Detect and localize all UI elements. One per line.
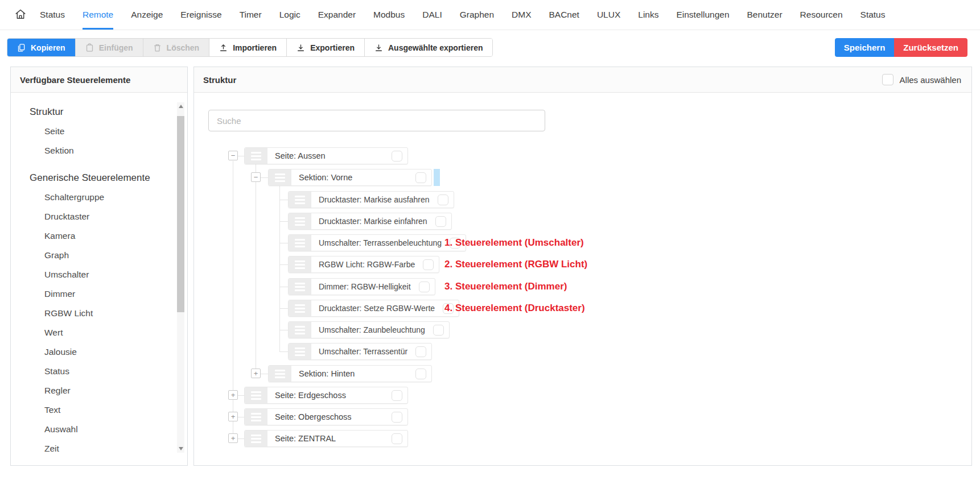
nav-tab-benutzer[interactable]: Benutzer bbox=[747, 0, 783, 30]
nav-tab-modbus[interactable]: Modbus bbox=[373, 0, 405, 30]
tree-node-checkbox[interactable] bbox=[392, 151, 402, 162]
tree-node[interactable]: Drucktaster: Markise ausfahren bbox=[288, 191, 454, 208]
palette-item-zeit[interactable]: Zeit bbox=[11, 439, 187, 458]
tree-node[interactable]: Umschalter: Terrassenbeleuchtung bbox=[288, 234, 466, 251]
palette-item-umschalter[interactable]: Umschalter bbox=[11, 265, 187, 284]
expand-button[interactable]: + bbox=[251, 369, 261, 378]
drag-handle-icon[interactable] bbox=[245, 431, 267, 446]
nav-tab-dali[interactable]: DALI bbox=[422, 0, 442, 30]
nav-tab-ereignisse[interactable]: Ereignisse bbox=[180, 0, 221, 30]
palette-item-schaltergruppe[interactable]: Schaltergruppe bbox=[11, 188, 187, 207]
expand-button[interactable]: + bbox=[228, 390, 238, 400]
palette-item-dimmer[interactable]: Dimmer bbox=[11, 284, 187, 304]
importieren-button[interactable]: Importieren bbox=[209, 39, 286, 56]
tree-node[interactable]: Sektion: Vorne bbox=[268, 169, 432, 186]
drag-handle-icon[interactable] bbox=[269, 169, 291, 185]
tree-row: +Seite: Obergeschoss bbox=[194, 408, 971, 425]
tree-node-checkbox[interactable] bbox=[392, 433, 402, 444]
palette-item-status[interactable]: Status bbox=[11, 362, 187, 381]
collapse-button[interactable]: − bbox=[228, 151, 238, 160]
palette-item-kamera[interactable]: Kamera bbox=[11, 226, 187, 246]
nav-tab-dmx[interactable]: DMX bbox=[512, 0, 531, 30]
nav-tab-remote[interactable]: Remote bbox=[83, 0, 113, 30]
tree-node-checkbox[interactable] bbox=[419, 282, 430, 292]
tree-row: −Seite: Aussen bbox=[194, 147, 971, 164]
tree-node-checkbox[interactable] bbox=[415, 346, 426, 357]
tree-node[interactable]: Dimmer: RGBW-Helligkeit bbox=[288, 278, 435, 295]
tree-node-checkbox[interactable] bbox=[392, 412, 402, 423]
palette-item-text[interactable]: Text bbox=[11, 400, 187, 420]
drag-handle-icon[interactable] bbox=[289, 235, 311, 251]
tree-node-label: Seite: Obergeschoss bbox=[267, 412, 392, 421]
tree-node-checkbox[interactable] bbox=[433, 325, 444, 336]
tree-node[interactable]: Seite: ZENTRAL bbox=[244, 430, 408, 447]
drag-handle-icon[interactable] bbox=[289, 256, 311, 272]
nav-tab-anzeige[interactable]: Anzeige bbox=[131, 0, 163, 30]
tree-node[interactable]: Umschalter: Zaunbeleuchtung bbox=[288, 321, 450, 338]
palette-item-seite[interactable]: Seite bbox=[11, 122, 187, 141]
scrollbar[interactable] bbox=[177, 102, 184, 453]
scrollbar-up-arrow-icon[interactable] bbox=[177, 102, 184, 110]
tree-node[interactable]: Seite: Aussen bbox=[244, 147, 408, 164]
drag-handle-icon[interactable] bbox=[269, 366, 291, 382]
tree-node-wrap: Umschalter: Terrassentür bbox=[288, 343, 432, 360]
drag-handle-icon[interactable] bbox=[245, 148, 267, 164]
tree-node-checkbox[interactable] bbox=[435, 216, 446, 227]
nav-tab-ulux[interactable]: ULUX bbox=[597, 0, 620, 30]
nav-tab-resourcen[interactable]: Resourcen bbox=[800, 0, 843, 30]
palette-item-graph[interactable]: Graph bbox=[11, 246, 187, 265]
exportieren-button[interactable]: Exportieren bbox=[286, 39, 364, 56]
nav-tab-bacnet[interactable]: BACnet bbox=[549, 0, 579, 30]
expand-button[interactable]: + bbox=[228, 433, 238, 443]
palette-item-wert[interactable]: Wert bbox=[11, 323, 187, 342]
palette-item-drucktaster[interactable]: Drucktaster bbox=[11, 207, 187, 226]
tree-node[interactable]: Drucktaster: Setze RGBW-Werte bbox=[288, 300, 459, 317]
einf-gen-button[interactable]: Einfügen bbox=[75, 39, 143, 56]
nav-tab-status[interactable]: Status bbox=[40, 0, 65, 30]
nav-tab-einstellungen[interactable]: Einstellungen bbox=[676, 0, 729, 30]
tree-node[interactable]: Seite: Erdgeschoss bbox=[244, 387, 408, 404]
drag-handle-icon[interactable] bbox=[289, 213, 311, 229]
tree-node-checkbox[interactable] bbox=[415, 369, 426, 379]
home-button[interactable] bbox=[9, 0, 32, 30]
palette-item-auswahl[interactable]: Auswahl bbox=[11, 420, 187, 439]
drag-handle-icon[interactable] bbox=[245, 387, 267, 403]
tree-node-checkbox[interactable] bbox=[438, 195, 448, 205]
collapse-button[interactable]: − bbox=[251, 172, 261, 182]
tree-node-checkbox[interactable] bbox=[415, 172, 426, 183]
drag-handle-icon[interactable] bbox=[289, 322, 311, 338]
palette-item-jalousie[interactable]: Jalousie bbox=[11, 342, 187, 362]
drag-handle-icon[interactable] bbox=[289, 192, 311, 208]
tree-node-checkbox[interactable] bbox=[392, 390, 402, 401]
nav-tab-links[interactable]: Links bbox=[638, 0, 658, 30]
palette-item-rgbw-licht[interactable]: RGBW Licht bbox=[11, 304, 187, 323]
tree-node[interactable]: Sektion: Hinten bbox=[268, 365, 432, 382]
drag-handle-icon[interactable] bbox=[289, 279, 311, 295]
palette-item-regler[interactable]: Regler bbox=[11, 381, 187, 400]
palette-item-sektion[interactable]: Sektion bbox=[11, 141, 187, 160]
reset-button[interactable]: Zurücksetzen bbox=[894, 38, 967, 57]
tree-node[interactable]: Seite: Obergeschoss bbox=[244, 408, 408, 425]
ausgew-hlte-exportieren-button[interactable]: Ausgewählte exportieren bbox=[364, 39, 493, 56]
scrollbar-thumb[interactable] bbox=[177, 116, 184, 312]
expand-button[interactable]: + bbox=[228, 412, 238, 421]
tree-node-checkbox[interactable] bbox=[423, 259, 434, 270]
scrollbar-down-arrow-icon[interactable] bbox=[177, 445, 184, 453]
drag-handle-icon[interactable] bbox=[245, 409, 267, 425]
tree-node[interactable]: RGBW Licht: RGBW-Farbe bbox=[288, 256, 439, 273]
tree-node[interactable]: Umschalter: Terrassentür bbox=[288, 343, 432, 360]
nav-tab-graphen[interactable]: Graphen bbox=[460, 0, 494, 30]
select-all-checkbox[interactable] bbox=[882, 74, 893, 85]
nav-tab-timer[interactable]: Timer bbox=[240, 0, 262, 30]
save-button[interactable]: Speichern bbox=[835, 38, 895, 57]
nav-tab-expander[interactable]: Expander bbox=[318, 0, 356, 30]
l-schen-button[interactable]: Löschen bbox=[143, 39, 209, 56]
nav-tab-logic[interactable]: Logic bbox=[279, 0, 300, 30]
tree-node[interactable]: Drucktaster: Markise einfahren bbox=[288, 213, 452, 230]
tree-row: Drucktaster: Setze RGBW-Werte4. Steuerel… bbox=[194, 300, 971, 317]
kopieren-button[interactable]: Kopieren bbox=[7, 39, 75, 56]
drag-handle-icon[interactable] bbox=[289, 344, 311, 359]
nav-tab-status[interactable]: Status bbox=[860, 0, 886, 30]
drag-handle-icon[interactable] bbox=[289, 300, 311, 316]
palette-list: StrukturSeiteSektionGenerische Steuerele… bbox=[11, 93, 187, 465]
